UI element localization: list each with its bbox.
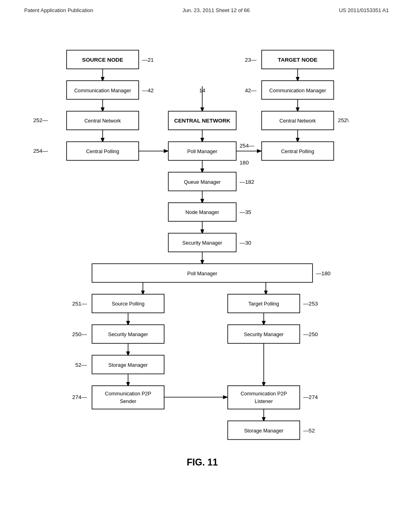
central-polling-right-label: Central Polling [281, 149, 314, 154]
comm-mgr-right-label: Communication Manager [269, 88, 326, 94]
security-manager-left-label: Security Manager [108, 332, 148, 337]
label-180a: 180 [240, 160, 249, 166]
label-42r: 42— [245, 87, 257, 94]
poll-manager-bottom-label: Poll Manager [187, 271, 217, 276]
node-manager-label: Node Manager [186, 210, 219, 215]
label-30: —30 [240, 240, 251, 246]
diagram-svg: SOURCE NODE —21 TARGET NODE 23— Communic… [24, 37, 389, 529]
comm-mgr-left-label: Communication Manager [74, 88, 131, 94]
fig-label: FIG. 11 [187, 457, 218, 468]
label-252l: 252— [33, 117, 48, 123]
label-21: —21 [142, 57, 154, 63]
central-network-right-label: Central Network [280, 118, 316, 124]
label-251: 251— [72, 301, 87, 307]
source-polling-label: Source Polling [112, 301, 144, 307]
header-right: US 2011/0153351 A1 [339, 7, 389, 13]
label-274l: 274— [72, 394, 87, 400]
comm-p2p-sender-line1: Communication P2P [105, 391, 151, 397]
source-node-label: SOURCE NODE [82, 57, 123, 63]
target-polling-label: Target Polling [248, 301, 279, 307]
storage-manager-right-label: Storage Manager [244, 428, 283, 434]
security-manager-center-label: Security Manager [182, 240, 222, 246]
central-network-center-label: CENTRAL NETWORK [174, 118, 230, 124]
label-180b: —180 [316, 270, 331, 276]
central-polling-left-label: Central Polling [86, 149, 119, 154]
poll-manager-top-label: Poll Manager [187, 149, 217, 154]
svg-rect-41 [228, 386, 300, 409]
central-network-left-label: Central Network [84, 118, 121, 124]
label-52r: —52 [303, 428, 315, 434]
label-254l: 254— [33, 148, 48, 154]
label-42l: —42 [142, 87, 154, 94]
diagram-container: SOURCE NODE —21 TARGET NODE 23— Communic… [0, 21, 413, 532]
label-182: —182 [240, 179, 254, 185]
label-253: —253 [303, 301, 318, 307]
label-252r: 252\ [338, 117, 349, 123]
label-274r: —274 [303, 394, 318, 400]
label-250l: 250— [72, 331, 87, 337]
comm-p2p-sender-line2: Sender [120, 399, 136, 404]
svg-rect-40 [92, 386, 164, 409]
comm-p2p-listener-line2: Listener [254, 399, 273, 404]
header-left: Patent Application Publication [24, 7, 93, 13]
label-254r: 254— [240, 143, 254, 149]
label-35: —35 [240, 209, 251, 215]
label-250r: —250 [303, 331, 318, 337]
label-23: 23— [245, 57, 257, 63]
header-middle: Jun. 23, 2011 Sheet 12 of 66 [182, 7, 250, 13]
queue-manager-label: Queue Manager [184, 179, 221, 185]
comm-p2p-listener-line1: Communication P2P [240, 391, 287, 397]
storage-manager-left-label: Storage Manager [108, 362, 148, 368]
label-52l: 52— [75, 362, 87, 368]
security-manager-right-label: Security Manager [244, 332, 284, 337]
target-node-label: TARGET NODE [278, 57, 317, 63]
page-header: Patent Application Publication Jun. 23, … [0, 0, 413, 13]
